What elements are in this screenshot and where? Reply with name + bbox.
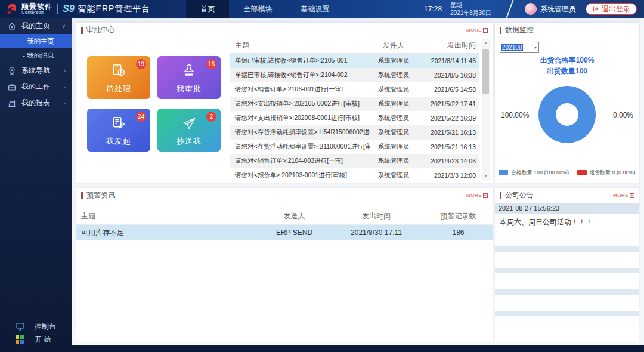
tab-basic-settings[interactable]: 基础设置 xyxy=(286,0,343,18)
stamp-icon xyxy=(180,62,198,80)
approval-tiles: 19 待处理 16 我审批 24 我发起 xyxy=(87,56,221,152)
compose-document-icon xyxy=(110,115,128,132)
briefcase-icon xyxy=(7,82,17,92)
username: 系统管理员 xyxy=(540,4,576,14)
tile-label: 抄送我 xyxy=(177,136,202,147)
approval-panel-title: 审批中心 xyxy=(86,25,115,35)
row-subject: 请您对<存货浮动耗损率设置>:H54R15006002进行[审核] xyxy=(230,128,370,137)
approval-table-header: 主题 发件人 发出时间 xyxy=(230,38,479,54)
legend-swatch-red xyxy=(577,170,587,175)
sidebar-group-my-home[interactable]: 我的主页 ∨ xyxy=(0,18,72,34)
scrollbar-thumb[interactable] xyxy=(482,49,489,94)
row-time: 2021/8/30 17:11 xyxy=(329,229,424,237)
announcement-item[interactable]: 2021-08-27 15:56:23 本周六、周日公司活动！！！ xyxy=(495,203,639,230)
more-icon: + xyxy=(483,28,488,33)
chart-legend: 合格数量 100 (100.00%) 退货数量 0 (0.00%) xyxy=(495,169,639,177)
logo-divider xyxy=(57,4,58,14)
donut-chart: 100.00% 0.00% xyxy=(495,80,639,158)
approval-more-button[interactable]: MORE + xyxy=(466,27,488,33)
sidebar-group-my-reports[interactable]: 我的报表 › xyxy=(0,95,72,111)
sidebar: 我的主页 ∨ - 我的主页 - 我的消息 系统导航 › 我的工作 › 我的报表 … xyxy=(0,18,72,352)
console-button[interactable]: 控制台 xyxy=(0,320,72,333)
tile-label: 我发起 xyxy=(106,136,131,147)
alerts-rows: 可用库存不足 ERP SEND 2021/8/30 17:11 186 xyxy=(76,225,493,240)
pending-tasks-icon xyxy=(110,62,128,80)
map-pin-icon xyxy=(7,66,17,76)
approval-row[interactable]: 单据已审核,请接收<销售订单>:2104-002 系统管理员 2021/8/5 … xyxy=(230,68,479,82)
row-sender: 系统管理员 xyxy=(370,143,417,151)
approval-row[interactable]: 请您对<销售订单>:2104-003进行[一审] 系统管理员 2021/4/23… xyxy=(230,154,479,168)
row-subject: 请您对<支出报销单>:202105-0002进行[审核] xyxy=(230,100,370,108)
date: 2021年8月30日 xyxy=(450,9,491,17)
approval-row[interactable]: 单据已审核,请接收<销售订单>:2105-001 系统管理员 2021/8/14… xyxy=(230,54,479,68)
legend-swatch-blue xyxy=(499,170,508,175)
row-time: 2021/5/21 16:13 xyxy=(417,129,479,136)
chevron-right-icon: › xyxy=(64,84,66,90)
row-time: 2021/6/5 14:58 xyxy=(417,86,479,93)
monitor-panel-title: 数据监控 xyxy=(505,25,534,35)
start-button[interactable]: 开 始 xyxy=(0,333,72,346)
col-sender: 发件人 xyxy=(370,41,417,51)
row-record-count: 186 xyxy=(424,229,493,237)
approval-row[interactable]: 请您对<销售订单>:2106-001进行[一审] 系统管理员 2021/6/5 … xyxy=(230,82,479,97)
row-subject: 请您对<销售订单>:2104-003进行[一审] xyxy=(230,157,370,165)
monitor-icon xyxy=(16,322,25,331)
row-sender: 系统管理员 xyxy=(370,71,417,79)
row-subject: 请您对<支出报销单>:202008-0001进行[审核] xyxy=(230,114,370,122)
console-label: 控制台 xyxy=(35,322,56,332)
qualified-percent-label: 100.00% xyxy=(501,111,529,119)
approval-row[interactable]: 请您对<支出报销单>:202105-0002进行[审核] 系统管理员 2021/… xyxy=(230,97,479,111)
alert-row[interactable]: 可用库存不足 ERP SEND 2021/8/30 17:11 186 xyxy=(76,225,493,240)
returned-percent-label: 0.00% xyxy=(613,111,633,119)
pending-count-badge: 19 xyxy=(136,59,146,69)
tile-pending[interactable]: 19 待处理 xyxy=(87,56,150,99)
scroll-down-arrow[interactable]: ▼ xyxy=(482,172,490,180)
alerts-more-button[interactable]: MORE + xyxy=(466,193,488,198)
cc-count-badge: 2 xyxy=(206,112,216,122)
row-subject: 可用库存不足 xyxy=(76,228,260,238)
approval-row[interactable]: 请您对<报价单>:202103-0001进行[审核] 系统管理员 2021/3/… xyxy=(230,168,479,183)
right-edge-strip xyxy=(640,18,644,345)
approval-row[interactable]: 请您对<支出报销单>:202008-0001进行[审核] 系统管理员 2021/… xyxy=(230,111,479,125)
alerts-table-header: 主题 发送人 发出时间 预警记录数 xyxy=(76,208,493,225)
col-time: 发出时间 xyxy=(417,41,479,51)
col-subject: 主题 xyxy=(230,41,370,51)
sidebar-group-label: 系统导航 xyxy=(21,66,50,76)
tab-home[interactable]: 首页 xyxy=(186,0,229,18)
approval-row[interactable]: 请您对<存货浮动耗损率设置>:B11000001进行[审核] 系统管理员 202… xyxy=(230,140,479,154)
period-selected-value: 202108 xyxy=(501,44,523,51)
bottom-dark-strip xyxy=(0,345,644,352)
sidebar-group-system-nav[interactable]: 系统导航 › xyxy=(0,63,72,79)
logout-button[interactable]: 退出登录 xyxy=(586,3,637,15)
bullet: - xyxy=(23,38,25,45)
row-subject: 请您对<销售订单>:2106-001进行[一审] xyxy=(230,85,370,94)
title-accent-bar xyxy=(500,27,501,34)
weekday: 星期一 xyxy=(450,1,491,9)
row-subject: 单据已审核,请接收<销售订单>:2105-001 xyxy=(230,57,370,65)
home-icon xyxy=(7,21,17,31)
sidebar-group-my-work[interactable]: 我的工作 › xyxy=(0,79,72,95)
announcements-more-button[interactable]: MORE + xyxy=(613,193,634,198)
tile-cc-to-me[interactable]: 2 抄送我 xyxy=(157,109,221,152)
chevron-right-icon: › xyxy=(64,68,66,74)
initiated-count-badge: 24 xyxy=(136,112,146,122)
pass-rate-text: 出货合格率100% xyxy=(495,55,639,66)
tile-my-approvals[interactable]: 16 我审批 xyxy=(157,56,221,99)
announcements-panel-title: 公司公告 xyxy=(505,190,534,200)
approval-row[interactable]: 请您对<存货浮动耗损率设置>:H54R15006002进行[审核] 系统管理员 … xyxy=(230,125,479,140)
announcement-empty-row xyxy=(495,230,639,246)
avatar[interactable] xyxy=(525,3,537,15)
tab-all-modules[interactable]: 全部模块 xyxy=(229,0,286,18)
shipment-qty-text: 出货数量100 xyxy=(495,66,639,76)
sidebar-item-my-messages[interactable]: - 我的消息 xyxy=(0,48,72,63)
title-accent-bar xyxy=(81,192,83,199)
sidebar-group-label: 我的报表 xyxy=(21,98,50,108)
period-dropdown[interactable]: 202108 ▾ xyxy=(500,42,539,53)
sidebar-item-my-home[interactable]: - 我的主页 xyxy=(0,34,72,48)
approval-table: 主题 发件人 发出时间 单据已审核,请接收<销售订单>:2105-001 系统管… xyxy=(230,38,479,183)
row-sender: 系统管理员 xyxy=(370,157,417,165)
tile-label: 待处理 xyxy=(106,84,131,94)
announcement-empty-row xyxy=(495,295,639,311)
tile-initiated-by-me[interactable]: 24 我发起 xyxy=(87,109,150,152)
scroll-up-arrow[interactable]: ▲ xyxy=(482,39,490,47)
